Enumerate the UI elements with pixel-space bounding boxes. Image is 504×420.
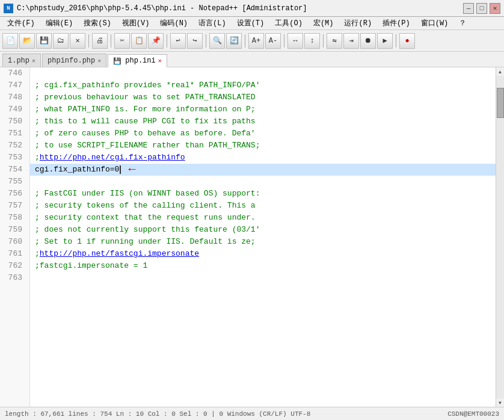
code-line-761[interactable]: ; http://php.net/fastcgi.impersonate <box>30 248 496 260</box>
scroll-down-button[interactable]: ▼ <box>496 398 505 407</box>
code-line-748[interactable]: ; previous behaviour was to set PATH_TRA… <box>30 91 496 103</box>
code-line-750[interactable]: ; this to 1 will cause PHP CGI to fix it… <box>30 116 496 128</box>
scroll-thumb[interactable] <box>497 88 504 118</box>
menu-settings[interactable]: 设置(T) <box>232 17 269 29</box>
tab-phpini-close[interactable]: ✕ <box>158 57 162 64</box>
line-number-750: 750 <box>0 116 26 128</box>
tb-zoom-in[interactable]: A+ <box>248 33 264 49</box>
menu-view[interactable]: 视图(V) <box>117 17 155 29</box>
line-numbers: 7467477487497507517527537547557567577587… <box>0 67 30 407</box>
line-number-746: 746 <box>0 67 26 79</box>
menu-macro[interactable]: 宏(M) <box>309 17 339 29</box>
menu-help[interactable]: ？ <box>454 17 471 29</box>
code-line-752[interactable]: ; to use SCRIPT_FILENAME rather than PAT… <box>30 140 496 152</box>
menu-search[interactable]: 搜索(S) <box>79 17 116 29</box>
comment-text-747: ; cgi.fix_pathinfo provides *real* PATH_… <box>35 79 260 91</box>
minimize-button[interactable]: — <box>463 3 474 14</box>
menu-window[interactable]: 窗口(W) <box>416 17 453 29</box>
code-line-758[interactable]: ; security context that the request runs… <box>30 212 496 224</box>
scrollbar[interactable]: ▲ ▼ <box>496 67 504 407</box>
code-line-747[interactable]: ; cgi.fix_pathinfo provides *real* PATH_… <box>30 79 496 91</box>
code-line-746[interactable] <box>30 67 496 79</box>
menu-edit[interactable]: 编辑(E) <box>41 17 78 29</box>
maximize-button[interactable]: □ <box>476 3 487 14</box>
separator-1 <box>88 34 89 48</box>
code-line-760[interactable]: ; Set to 1 if running under IIS. Default… <box>30 236 496 248</box>
red-arrow-indicator: ← <box>128 164 135 176</box>
menu-plugins[interactable]: 插件(P) <box>378 17 415 29</box>
tab-phpini[interactable]: 💾 php.ini ✕ <box>108 54 167 67</box>
menu-encoding[interactable]: 编码(N) <box>155 17 192 29</box>
tb-undo[interactable]: ↩ <box>170 33 186 49</box>
code-line-757[interactable]: ; security tokens of the calling client.… <box>30 200 496 212</box>
code-line-751[interactable]: ; of zero causes PHP to behave as before… <box>30 128 496 140</box>
tb-zoom-out[interactable]: A- <box>265 33 281 49</box>
tb-close[interactable]: ✕ <box>70 33 85 49</box>
tb-save[interactable]: 💾 <box>36 33 52 49</box>
comment-text-760: ; Set to 1 if running under IIS. Default… <box>35 236 256 248</box>
line-number-754: 754 <box>0 164 26 176</box>
tab-1php-close[interactable]: ✕ <box>32 57 35 64</box>
code-line-754[interactable]: cgi.fix_pathinfo=0← <box>30 164 496 176</box>
tab-phpinfo[interactable]: phpinfo.php ✕ <box>42 54 106 67</box>
line-number-747: 747 <box>0 79 26 91</box>
separator-2 <box>111 34 111 48</box>
code-line-749[interactable]: ; what PATH_INFO is. For more informatio… <box>30 103 496 116</box>
line-number-757: 757 <box>0 200 26 212</box>
text-cursor <box>120 165 121 174</box>
tb-copy[interactable]: 📋 <box>131 33 147 49</box>
comment-text-757: ; security tokens of the calling client.… <box>35 200 256 212</box>
title-text: C:\phpstudy_2016\php\php-5.4.45\php.ini … <box>17 4 307 13</box>
tb-misc1[interactable]: ● <box>399 33 415 49</box>
tab-1php[interactable]: 1.php ✕ <box>2 54 41 67</box>
line-number-759: 759 <box>0 224 26 236</box>
tb-new[interactable]: 📄 <box>2 33 18 49</box>
tb-open[interactable]: 📂 <box>19 33 35 49</box>
code-line-756[interactable]: ; FastCGI under IIS (on WINNT based OS) … <box>30 188 496 200</box>
status-right: CSDN@EMT00023 <box>447 410 499 418</box>
menu-run[interactable]: 运行(R) <box>339 17 376 29</box>
menu-bar: 文件(F) 编辑(E) 搜索(S) 视图(V) 编码(N) 语言(L) 设置(T… <box>0 17 504 30</box>
tb-find[interactable]: 🔍 <box>209 33 225 49</box>
tb-wordwrap[interactable]: ⇋ <box>327 33 342 49</box>
code-area[interactable]: ; cgi.fix_pathinfo provides *real* PATH_… <box>30 67 496 407</box>
line-number-758: 758 <box>0 212 26 224</box>
tb-redo[interactable]: ↪ <box>187 33 203 49</box>
tb-macro[interactable]: ⏺ <box>360 33 376 49</box>
separator-3 <box>167 34 167 48</box>
code-line-753[interactable]: ; http://php.net/cgi.fix-pathinfo <box>30 152 496 164</box>
status-watermark: CSDN@EMT00023 <box>447 410 499 418</box>
tab-phpinfo-close[interactable]: ✕ <box>97 57 101 64</box>
tb-cut[interactable]: ✂ <box>114 33 130 49</box>
tb-indent[interactable]: ⇥ <box>343 33 359 49</box>
tb-sync-v[interactable]: ↕ <box>304 33 320 49</box>
status-left: length : 67,661 lines : 754 Ln : 10 Col … <box>5 410 310 418</box>
code-line-763[interactable] <box>30 272 496 284</box>
scroll-track[interactable] <box>496 76 505 398</box>
link-text-753[interactable]: http://php.net/cgi.fix-pathinfo <box>40 152 185 164</box>
menu-file[interactable]: 文件(F) <box>2 17 40 29</box>
line-number-755: 755 <box>0 176 26 188</box>
code-line-759[interactable]: ; does not currently support this featur… <box>30 224 496 236</box>
link-text-761[interactable]: http://php.net/fastcgi.impersonate <box>40 248 199 260</box>
line-number-752: 752 <box>0 140 26 152</box>
line-number-763: 763 <box>0 272 26 284</box>
scroll-up-button[interactable]: ▲ <box>496 67 505 76</box>
code-line-762[interactable]: ;fastcgi.impersonate = 1 <box>30 260 496 272</box>
line-number-753: 753 <box>0 152 26 164</box>
title-bar-controls[interactable]: — □ ✕ <box>463 3 500 14</box>
tb-sync-h[interactable]: ↔ <box>287 33 303 49</box>
tb-paste[interactable]: 📌 <box>148 33 164 49</box>
code-line-755[interactable] <box>30 176 496 188</box>
close-button[interactable]: ✕ <box>490 3 500 14</box>
menu-tools[interactable]: 工具(O) <box>270 17 307 29</box>
tb-print[interactable]: 🖨 <box>92 33 108 49</box>
tb-macro-run[interactable]: ▶ <box>377 33 393 49</box>
editor-container: 7467477487497507517527537547557567577587… <box>0 67 504 407</box>
menu-language[interactable]: 语言(L) <box>194 17 231 29</box>
comment-text-759: ; does not currently support this featur… <box>35 224 260 236</box>
tb-saveall[interactable]: 🗂 <box>53 33 69 49</box>
tb-replace[interactable]: 🔄 <box>226 33 242 49</box>
tab-phpini-label: php.ini <box>125 57 155 65</box>
status-bar: length : 67,661 lines : 754 Ln : 10 Col … <box>0 407 504 420</box>
